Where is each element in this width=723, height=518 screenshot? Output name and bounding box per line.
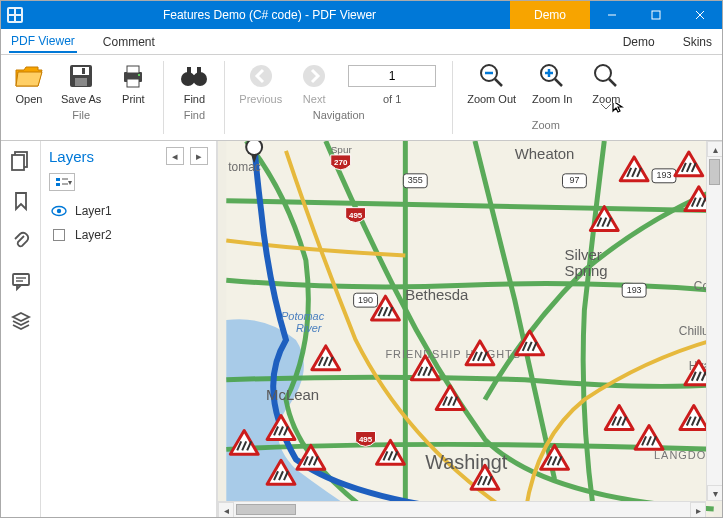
svg-point-43 bbox=[57, 209, 61, 213]
print-button[interactable]: Print bbox=[111, 59, 155, 107]
zoom-in-button[interactable]: Zoom In bbox=[526, 59, 578, 117]
folder-open-icon bbox=[14, 61, 44, 91]
svg-rect-21 bbox=[191, 75, 197, 78]
layers-panel-title: Layers bbox=[49, 148, 160, 165]
binoculars-icon bbox=[179, 61, 209, 91]
document-viewport[interactable]: tomac Wheaton Bethesda SilverSpring McLe… bbox=[217, 141, 722, 517]
map-label-wheaton: Wheaton bbox=[515, 145, 575, 162]
map-label-washington: Washingt bbox=[425, 451, 508, 473]
svg-text:A: A bbox=[250, 141, 259, 154]
zoom-in-icon bbox=[537, 61, 567, 91]
layer-row[interactable]: Layer1 bbox=[49, 199, 208, 223]
svg-text:190: 190 bbox=[358, 295, 373, 305]
page-count-label: of 1 bbox=[383, 87, 401, 105]
layer-name: Layer2 bbox=[75, 228, 112, 242]
svg-rect-12 bbox=[82, 68, 85, 74]
bookmarks-panel-icon[interactable] bbox=[9, 189, 33, 213]
scroll-down-arrow[interactable]: ▾ bbox=[707, 485, 722, 501]
group-label-navigation: Navigation bbox=[313, 107, 365, 121]
close-button[interactable] bbox=[678, 1, 722, 29]
svg-point-16 bbox=[138, 74, 140, 76]
layers-panel-icon[interactable] bbox=[9, 309, 33, 333]
previous-button[interactable]: Previous bbox=[233, 59, 288, 107]
group-label-find: Find bbox=[184, 107, 205, 121]
map-label-silver-spring: SilverSpring bbox=[564, 246, 607, 279]
layer-row[interactable]: Layer2 bbox=[49, 223, 208, 247]
svg-rect-39 bbox=[56, 183, 60, 186]
horizontal-scrollbar[interactable]: ◂ ▸ bbox=[218, 501, 706, 517]
demo-button[interactable]: Demo bbox=[510, 1, 590, 29]
svg-rect-34 bbox=[12, 155, 24, 170]
chevron-down-icon bbox=[601, 104, 611, 109]
zoom-dropdown-button[interactable]: Zoom bbox=[582, 59, 630, 117]
svg-rect-14 bbox=[127, 66, 139, 73]
menu-demo[interactable]: Demo bbox=[621, 32, 657, 52]
eye-icon[interactable] bbox=[51, 203, 67, 219]
comments-panel-icon[interactable] bbox=[9, 269, 33, 293]
minimize-button[interactable] bbox=[590, 1, 634, 29]
svg-point-22 bbox=[250, 65, 272, 87]
svg-line-28 bbox=[555, 79, 562, 86]
svg-point-23 bbox=[303, 65, 325, 87]
map-label-friendship: FRIENDSHIP HEIGHTS bbox=[385, 348, 521, 360]
zoom-icon bbox=[591, 61, 621, 91]
layers-view-dropdown[interactable]: ▾ bbox=[49, 173, 75, 191]
svg-text:193: 193 bbox=[657, 170, 672, 180]
map-label-mclean: McLean bbox=[266, 386, 319, 403]
app-icon bbox=[1, 1, 29, 29]
map-label-spur: Spur bbox=[331, 144, 353, 155]
mouse-cursor-icon bbox=[613, 103, 622, 112]
svg-rect-6 bbox=[652, 11, 660, 19]
svg-rect-35 bbox=[13, 274, 29, 285]
maximize-button[interactable] bbox=[634, 1, 678, 29]
svg-line-25 bbox=[495, 79, 502, 86]
next-button[interactable]: Next bbox=[292, 59, 336, 107]
svg-text:495: 495 bbox=[349, 211, 363, 220]
svg-line-32 bbox=[609, 79, 616, 86]
scroll-up-arrow[interactable]: ▴ bbox=[707, 141, 722, 157]
find-button[interactable]: Find bbox=[172, 59, 216, 107]
svg-rect-10 bbox=[73, 67, 89, 75]
svg-rect-3 bbox=[9, 16, 14, 21]
group-label-zoom: Zoom bbox=[532, 117, 560, 131]
svg-text:355: 355 bbox=[408, 175, 423, 185]
tab-pdf-viewer[interactable]: PDF Viewer bbox=[9, 31, 77, 53]
svg-point-31 bbox=[595, 65, 611, 81]
arrow-right-icon bbox=[299, 61, 329, 91]
svg-rect-4 bbox=[16, 16, 21, 21]
menu-skins[interactable]: Skins bbox=[681, 32, 714, 52]
visibility-checkbox[interactable] bbox=[51, 227, 67, 243]
scroll-left-arrow[interactable]: ◂ bbox=[218, 502, 234, 517]
tab-comment[interactable]: Comment bbox=[101, 32, 157, 52]
save-as-button[interactable]: Save As bbox=[55, 59, 107, 107]
scroll-right-arrow[interactable]: ▸ bbox=[690, 502, 706, 517]
layers-prev-button[interactable]: ◂ bbox=[166, 147, 184, 165]
page-number-input[interactable] bbox=[348, 65, 436, 87]
layers-next-button[interactable]: ▸ bbox=[190, 147, 208, 165]
svg-rect-20 bbox=[197, 67, 201, 75]
svg-rect-1 bbox=[9, 9, 14, 14]
zoom-out-icon bbox=[477, 61, 507, 91]
map-label-bethesda: Bethesda bbox=[405, 286, 469, 303]
svg-text:270: 270 bbox=[334, 158, 348, 167]
zoom-out-button[interactable]: Zoom Out bbox=[461, 59, 522, 117]
scroll-thumb[interactable] bbox=[236, 504, 296, 515]
svg-text:97: 97 bbox=[569, 175, 579, 185]
print-icon bbox=[118, 61, 148, 91]
vertical-scrollbar[interactable]: ▴ ▾ bbox=[706, 141, 722, 501]
svg-rect-19 bbox=[187, 67, 191, 75]
layer-name: Layer1 bbox=[75, 204, 112, 218]
scroll-thumb[interactable] bbox=[709, 159, 720, 185]
window-title: Features Demo (C# code) - PDF Viewer bbox=[29, 8, 510, 22]
save-icon bbox=[66, 61, 96, 91]
group-label-file: File bbox=[72, 107, 90, 121]
svg-rect-15 bbox=[127, 79, 139, 87]
open-button[interactable]: Open bbox=[7, 59, 51, 107]
arrow-left-icon bbox=[246, 61, 276, 91]
svg-text:193: 193 bbox=[627, 285, 642, 295]
svg-rect-11 bbox=[75, 78, 87, 86]
pages-panel-icon[interactable] bbox=[9, 149, 33, 173]
attachments-panel-icon[interactable] bbox=[9, 229, 33, 253]
svg-rect-2 bbox=[16, 9, 21, 14]
svg-text:495: 495 bbox=[359, 435, 373, 444]
